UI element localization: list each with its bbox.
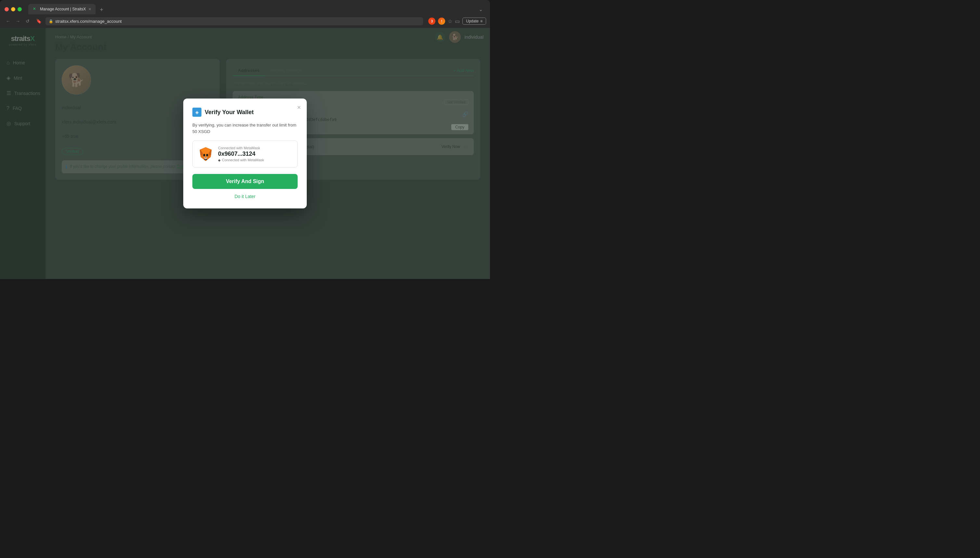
address-bar[interactable]: 🔒 straitsx.xfers.com/manage_account [46, 17, 423, 25]
close-window-button[interactable] [5, 7, 9, 11]
verify-wallet-modal: ◈ Verify Your Wallet × By verifying, you… [183, 98, 307, 208]
maximize-window-button[interactable] [18, 7, 22, 11]
forward-button[interactable]: → [14, 17, 22, 25]
wallet-address: 0x9607...3124 [218, 151, 292, 158]
browser-tab[interactable]: ✕ Manage Account | StraitsX × [28, 4, 95, 14]
wallet-info: Connected with MetaMask 0x9607...3124 ◆ … [218, 146, 292, 162]
minimize-window-button[interactable] [11, 7, 15, 11]
update-label: Update [466, 19, 479, 23]
modal-wallet-icon: ◈ [192, 108, 201, 117]
do-it-later-button[interactable]: Do it Later [192, 194, 298, 199]
tab-close-button[interactable]: × [88, 7, 91, 12]
modal-title: Verify Your Wallet [205, 109, 298, 116]
update-button[interactable]: Update ≡ [462, 18, 486, 25]
browser-menu-chevron[interactable]: ⌄ [479, 6, 486, 12]
metamask-icon [198, 146, 213, 162]
tab-bar: ✕ Manage Account | StraitsX × + [28, 4, 476, 14]
tab-title: Manage Account | StraitsX [40, 7, 86, 11]
brave-shield-icon[interactable]: 3 [428, 18, 435, 25]
modal-header: ◈ Verify Your Wallet [192, 108, 298, 117]
lock-icon: 🔒 [49, 19, 53, 23]
verify-and-sign-button[interactable]: Verify And Sign [192, 174, 298, 189]
address-text: straitsx.xfers.com/manage_account [55, 19, 420, 24]
modal-close-button[interactable]: × [297, 104, 301, 111]
diamond-icon: ◆ [218, 158, 221, 162]
refresh-button[interactable]: ↺ [23, 17, 32, 25]
svg-point-8 [203, 154, 205, 156]
modal-overlay: ◈ Verify Your Wallet × By verifying, you… [0, 28, 490, 279]
wallet-connected-sub: ◆ Connected with MetaMask [218, 158, 292, 162]
wallet-connected-label: Connected with MetaMask [218, 146, 292, 150]
new-tab-button[interactable]: + [97, 5, 106, 14]
window-controls [5, 7, 22, 11]
address-bar-row: ← → ↺ 🔖 🔒 straitsx.xfers.com/manage_acco… [0, 14, 490, 28]
card-button[interactable]: ▭ [455, 18, 460, 25]
bookmark-icon[interactable]: 🔖 [34, 17, 43, 25]
star-button[interactable]: ☆ [448, 18, 452, 25]
modal-description: By verifying, you can increase the trans… [192, 122, 298, 135]
back-button[interactable]: ← [4, 17, 12, 25]
nav-buttons: ← → ↺ [4, 17, 32, 25]
browser-extensions: 3 ! ☆ ▭ Update ≡ [428, 18, 486, 25]
svg-point-9 [206, 154, 208, 156]
page-content: straitsX powered by xfers ⌂ Home ◈ Mint … [0, 28, 490, 279]
wallet-card: Connected with MetaMask 0x9607...3124 ◆ … [192, 141, 298, 167]
tab-favicon: ✕ [33, 7, 38, 11]
notification-icon[interactable]: ! [438, 18, 445, 25]
update-menu-icon: ≡ [480, 19, 483, 23]
